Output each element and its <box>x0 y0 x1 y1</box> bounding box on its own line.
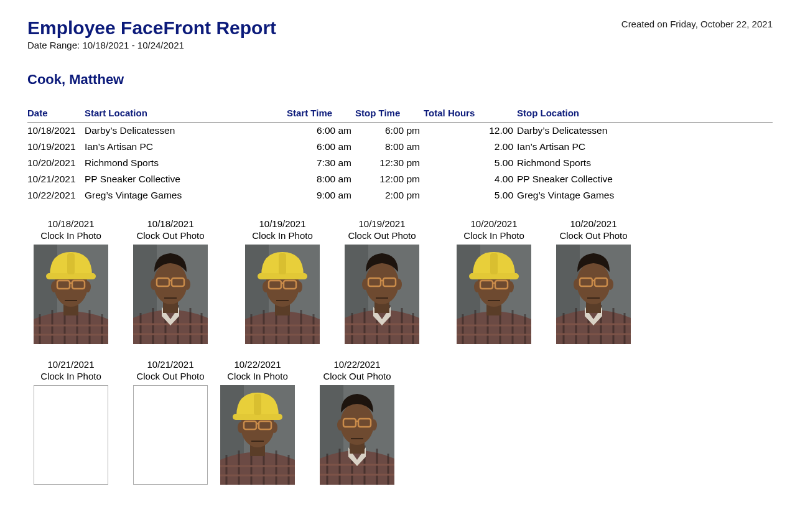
table-row: 10/18/2021Darby’s Delicatessen6:00 am6:0… <box>27 123 773 139</box>
table-row: 10/21/2021PP Sneaker Collective8:00 am12… <box>27 171 773 187</box>
photo-pair: 10/19/2021Clock In Photo10/19/2021Clock … <box>239 218 426 344</box>
header-stop-location: Stop Location <box>517 105 773 123</box>
cell-total-hours: 5.00 <box>424 155 517 171</box>
cell-start-location: PP Sneaker Collective <box>85 171 287 187</box>
cell-stop-time: 6:00 pm <box>355 123 424 139</box>
photo-date: 10/20/2021 <box>450 218 537 229</box>
photo-label: Clock In Photo <box>27 230 114 241</box>
cell-start-time: 9:00 am <box>287 187 355 203</box>
photo-date: 10/18/2021 <box>127 218 214 229</box>
photo-date: 10/19/2021 <box>338 218 426 229</box>
photo-pair: 10/18/2021Clock In Photo10/18/2021Clock … <box>27 218 214 344</box>
cell-start-time: 6:00 am <box>287 139 355 155</box>
photo-card: 10/22/2021Clock Out Photo <box>314 359 401 485</box>
cell-stop-location: PP Sneaker Collective <box>517 171 773 187</box>
cell-stop-location: Darby’s Delicatessen <box>517 123 773 139</box>
clock-in-photo <box>34 245 108 344</box>
table-row: 10/20/2021Richmond Sports7:30 am12:30 pm… <box>27 155 773 171</box>
cell-start-time: 7:30 am <box>287 155 355 171</box>
photo-label: Clock Out Photo <box>338 230 426 241</box>
photo-date: 10/21/2021 <box>127 359 214 370</box>
photo-card: 10/19/2021Clock Out Photo <box>338 218 426 344</box>
photo-label: Clock In Photo <box>27 371 114 381</box>
photo-card: 10/18/2021Clock Out Photo <box>127 218 214 344</box>
date-range: Date Range: 10/18/2021 - 10/24/2021 <box>27 40 773 50</box>
cell-start-location: Darby’s Delicatessen <box>85 123 287 139</box>
report-page: Created on Friday, October 22, 2021 Empl… <box>0 0 800 525</box>
photo-date: 10/22/2021 <box>314 359 401 370</box>
photo-label: Clock Out Photo <box>550 230 637 241</box>
photo-date: 10/20/2021 <box>550 218 637 229</box>
photo-label: Clock In Photo <box>239 230 326 241</box>
table-row: 10/19/2021Ian’s Artisan PC6:00 am8:00 am… <box>27 139 773 155</box>
header-start-time: Start Time <box>287 105 355 123</box>
header-start-location: Start Location <box>85 105 287 123</box>
photo-pair: 10/20/2021Clock In Photo10/20/2021Clock … <box>450 218 637 344</box>
photo-placeholder <box>34 385 108 485</box>
photo-card: 10/21/2021Clock In Photo <box>27 359 114 485</box>
header-stop-time: Stop Time <box>355 105 424 123</box>
photo-card: 10/18/2021Clock In Photo <box>27 218 114 344</box>
photos-grid: 10/18/2021Clock In Photo10/18/2021Clock … <box>27 218 780 500</box>
cell-stop-location: Greg’s Vintage Games <box>517 187 773 203</box>
cell-date: 10/21/2021 <box>27 171 85 187</box>
photo-card: 10/21/2021Clock Out Photo <box>127 359 214 485</box>
cell-date: 10/18/2021 <box>27 123 85 139</box>
photo-pair: 10/22/2021Clock In Photo10/22/2021Clock … <box>214 359 401 485</box>
clock-out-photo <box>556 245 631 344</box>
photo-label: Clock Out Photo <box>314 371 401 381</box>
cell-total-hours: 4.00 <box>424 171 517 187</box>
header-date: Date <box>27 105 85 123</box>
photo-card: 10/19/2021Clock In Photo <box>239 218 326 344</box>
photo-placeholder <box>133 385 208 485</box>
photo-label: Clock In Photo <box>450 230 537 241</box>
cell-stop-time: 12:30 pm <box>355 155 424 171</box>
time-entries-table: Date Start Location Start Time Stop Time… <box>27 105 773 203</box>
photo-label: Clock Out Photo <box>127 371 214 381</box>
clock-in-photo <box>457 245 531 344</box>
cell-stop-time: 8:00 am <box>355 139 424 155</box>
photo-date: 10/21/2021 <box>27 359 114 370</box>
table-row: 10/22/2021Greg’s Vintage Games9:00 am2:0… <box>27 187 773 203</box>
employee-name: Cook, Matthew <box>27 72 773 88</box>
created-on-label: Created on Friday, October 22, 2021 <box>621 19 773 29</box>
photo-card: 10/20/2021Clock Out Photo <box>550 218 637 344</box>
cell-stop-time: 12:00 pm <box>355 171 424 187</box>
photo-date: 10/18/2021 <box>27 218 114 229</box>
cell-total-hours: 5.00 <box>424 187 517 203</box>
photo-label: Clock In Photo <box>214 371 301 381</box>
cell-start-time: 6:00 am <box>287 123 355 139</box>
cell-stop-location: Ian’s Artisan PC <box>517 139 773 155</box>
photo-date: 10/19/2021 <box>239 218 326 229</box>
cell-total-hours: 2.00 <box>424 139 517 155</box>
cell-date: 10/20/2021 <box>27 155 85 171</box>
photo-label: Clock Out Photo <box>127 230 214 241</box>
cell-start-location: Greg’s Vintage Games <box>85 187 287 203</box>
cell-stop-time: 2:00 pm <box>355 187 424 203</box>
cell-stop-location: Richmond Sports <box>517 155 773 171</box>
cell-start-location: Ian’s Artisan PC <box>85 139 287 155</box>
photo-card: 10/22/2021Clock In Photo <box>214 359 301 485</box>
photo-card: 10/20/2021Clock In Photo <box>450 218 537 344</box>
cell-date: 10/19/2021 <box>27 139 85 155</box>
photo-date: 10/22/2021 <box>214 359 301 370</box>
clock-out-photo <box>133 245 208 344</box>
cell-start-location: Richmond Sports <box>85 155 287 171</box>
header-total-hours: Total Hours <box>424 105 517 123</box>
cell-total-hours: 12.00 <box>424 123 517 139</box>
table-header-row: Date Start Location Start Time Stop Time… <box>27 105 773 123</box>
cell-date: 10/22/2021 <box>27 187 85 203</box>
cell-start-time: 8:00 am <box>287 171 355 187</box>
clock-in-photo <box>220 385 295 485</box>
photo-pair: 10/21/2021Clock In Photo10/21/2021Clock … <box>27 359 214 485</box>
clock-out-photo <box>345 245 419 344</box>
clock-out-photo <box>320 385 394 485</box>
clock-in-photo <box>245 245 320 344</box>
